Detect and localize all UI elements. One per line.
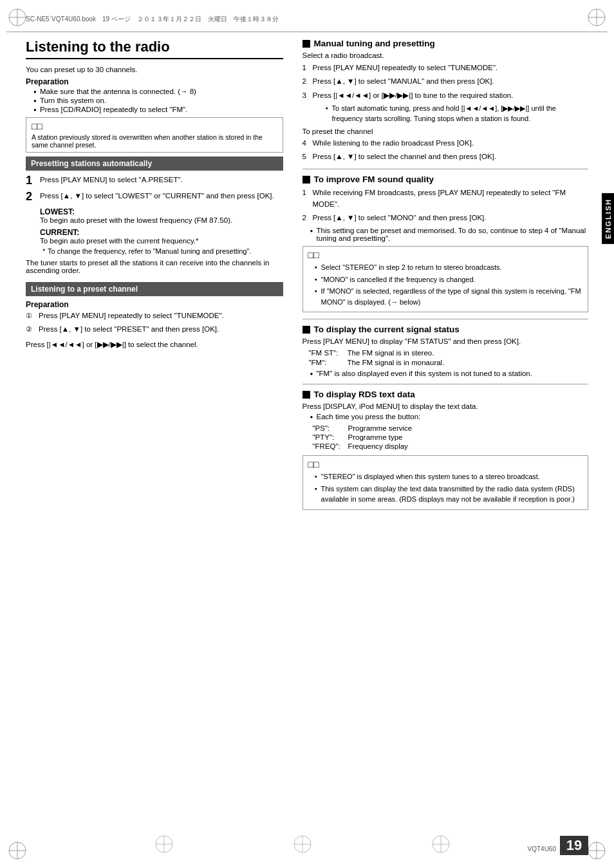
manual-title: Manual tuning and presetting — [314, 39, 435, 48]
divider-2 — [302, 319, 588, 319]
fm-step-2: 2Press [▲, ▼] to select "MONO" and then … — [302, 212, 588, 223]
manual-tuning-section: Manual tuning and presetting Select a ra… — [302, 39, 588, 162]
fm-st-row: "FM ST": The FM signal is in stereo. — [309, 349, 588, 357]
signal-note-list: "FM" is also displayed even if this syst… — [302, 370, 588, 377]
page-code: VQT4U60 — [528, 845, 556, 853]
rds-intro: Press [DISPLAY, iPod MENU] to display th… — [302, 402, 588, 410]
prep-item-3: Press [CD/RADIO] repeatedly to select "F… — [33, 106, 283, 113]
listening-section: Listening to a preset channel Preparatio… — [26, 282, 283, 350]
rds-table: "PS": Programme service "PTY": Programme… — [313, 424, 588, 450]
fm-row: "FM": The FM signal is in monaural. — [309, 359, 588, 366]
rds-each-time-list: Each time you press the button: — [302, 413, 588, 420]
signal-status-intro: Press [PLAY MENU] to display "FM STATUS"… — [302, 337, 588, 345]
listening-circle-list: ① Press [PLAY MENU] repeatedly to select… — [26, 310, 283, 335]
bottom-crosshair-m — [293, 835, 312, 854]
rds-freq-row: "FREQ": Frequency display — [313, 442, 588, 450]
note-box-2: □□ Select "STEREO" in step 2 to return t… — [302, 246, 588, 312]
rds-each-time: Each time you press the button: — [310, 413, 588, 420]
asterisk-note: To change the frequency, refer to "Manua… — [40, 247, 283, 255]
note-icon: □□ — [32, 121, 277, 131]
signal-status-section: To display the current signal status Pre… — [302, 325, 588, 377]
section-square-icon-4 — [302, 391, 310, 399]
preset-step-5: 5Press [▲, ▼] to select the channel and … — [302, 151, 588, 162]
rds-ps-val: Programme service — [348, 424, 588, 432]
note-icon-2: □□ — [308, 250, 582, 260]
step-2-text: Press [▲, ▼] to select "LOWEST" or "CURR… — [40, 191, 283, 202]
fm-note-list: Select "STEREO" in step 2 to return to s… — [308, 262, 582, 307]
intro-text: You can preset up to 30 channels. — [26, 66, 283, 73]
signal-note-1: "FM" is also displayed even if this syst… — [310, 370, 588, 377]
fm-val: The FM signal is in monaural. — [348, 359, 588, 366]
rds-title: To display RDS text data — [314, 390, 415, 399]
step-1-text: Press [PLAY MENU] to select "A.PRESET". — [40, 175, 283, 185]
rds-freq-label: "FREQ": — [313, 442, 348, 450]
lowest-block: LOWEST: To begin auto preset with the lo… — [26, 207, 283, 255]
improve-fm-section: To improve FM sound quality 1While recei… — [302, 175, 588, 312]
fm-note-3: If "MONO" is selected, regardless of the… — [315, 286, 582, 307]
rds-ps-label: "PS": — [313, 424, 348, 432]
fm-label: "FM": — [309, 359, 348, 366]
note-text-1: A station previously stored is overwritt… — [32, 133, 277, 149]
listening-section-header: Listening to a preset channel — [26, 282, 283, 296]
section-square-icon-2 — [302, 176, 310, 184]
corner-crosshair-bl — [8, 841, 27, 860]
page-title: Listening to the radio — [26, 39, 283, 59]
rds-section: To display RDS text data Press [DISPLAY,… — [302, 390, 588, 510]
left-column: Listening to the radio You can preset up… — [26, 39, 296, 829]
improve-fm-title: To improve FM sound quality — [314, 175, 434, 184]
manual-step-2: 2Press [▲, ▼] to select "MANUAL" and the… — [302, 76, 588, 87]
right-column: Manual tuning and presetting Select a ra… — [296, 39, 588, 829]
rds-note-2: This system can display the text data tr… — [315, 484, 582, 505]
preset-steps-list: 4While listening to the radio broadcast … — [302, 138, 588, 163]
lowest-text: To begin auto preset with the lowest fre… — [40, 216, 283, 224]
step3-subbullets: To start automatic tuning, press and hol… — [313, 103, 588, 124]
listening-final: Press [|◄◄/◄◄] or [▶▶/▶▶|] to select the… — [26, 340, 283, 349]
step-1: 1 Press [PLAY MENU] to select "A.PRESET"… — [26, 175, 283, 187]
rds-pty-row: "PTY": Programme type — [313, 433, 588, 441]
bottom-crosshair-l — [154, 835, 174, 854]
fm-note-main: This setting can be preset and memorised… — [302, 227, 588, 242]
preset-step-4: 4While listening to the radio broadcast … — [302, 138, 588, 149]
section-square-icon-3 — [302, 326, 310, 334]
rds-note-1: "STEREO" is displayed when this system t… — [315, 471, 582, 482]
lowest-label: LOWEST: — [40, 207, 283, 216]
language-tab: ENGLISH — [602, 193, 614, 244]
listening-prep-label: Preparation — [26, 300, 283, 309]
step-2: 2 Press [▲, ▼] to select "LOWEST" or "CU… — [26, 191, 283, 203]
section-square-icon — [302, 40, 310, 48]
fm-note-1: Select "STEREO" in step 2 to return to s… — [315, 262, 582, 273]
step3-subbullet-1: To start automatic tuning, press and hol… — [326, 103, 588, 124]
fm-steps-list: 1While receiving FM broadcasts, press [P… — [302, 187, 588, 223]
prep-item-2: Turn this system on. — [33, 97, 283, 104]
rds-pty-val: Programme type — [348, 433, 588, 441]
fm-st-label: "FM ST": — [309, 349, 348, 357]
header-text: SC-NE5`VQT4U60.book 19 ページ ２０１３年１月２２日 火曜… — [26, 15, 279, 24]
divider-3 — [302, 384, 588, 384]
fm-table: "FM ST": The FM signal is in stereo. "FM… — [309, 349, 588, 366]
rds-note-list: "STEREO" is displayed when this system t… — [308, 471, 582, 505]
preset-channel-note: To preset the channel — [302, 127, 588, 135]
note-icon-3: □□ — [308, 459, 582, 469]
page-number: 19 — [560, 836, 588, 855]
fm-st-val: The FM signal is in stereo. — [348, 349, 588, 357]
manual-step-1: 1Press [PLAY MENU] repeatedly to select … — [302, 62, 588, 73]
preset-section: Presetting stations automatically 1 Pres… — [26, 156, 283, 274]
prep-item-1: Make sure that the antenna is connected.… — [33, 88, 283, 95]
corner-crosshair-br — [587, 841, 606, 860]
preparation-list: Make sure that the antenna is connected.… — [26, 88, 283, 113]
note-box-3: □□ "STEREO" is displayed when this syste… — [302, 455, 588, 510]
preset-section-header: Presetting stations automatically — [26, 156, 283, 171]
header-bar: SC-NE5`VQT4U60.book 19 ページ ２０１３年１月２２日 火曜… — [6, 6, 608, 32]
manual-intro: Select a radio broadcast. — [302, 52, 588, 59]
tuner-note: The tuner starts to preset all the stati… — [26, 259, 283, 274]
fm-note-main-item: This setting can be preset and memorised… — [310, 227, 588, 242]
divider-1 — [302, 169, 588, 169]
circle-step-2: ② Press [▲, ▼] to select "PRESET" and th… — [26, 324, 283, 335]
current-text: To begin auto preset with the current fr… — [40, 237, 283, 245]
current-label: CURRENT: — [40, 228, 283, 237]
manual-step-3: 3Press [|◄◄/◄◄] or [▶▶/▶▶|] to tune to t… — [302, 90, 588, 124]
manual-steps-list: 1Press [PLAY MENU] repeatedly to select … — [302, 62, 588, 124]
circle-step-1: ① Press [PLAY MENU] repeatedly to select… — [26, 310, 283, 321]
bottom-crosshair-r — [431, 835, 451, 854]
fm-note-2: "MONO" is cancelled if the frequency is … — [315, 274, 582, 285]
